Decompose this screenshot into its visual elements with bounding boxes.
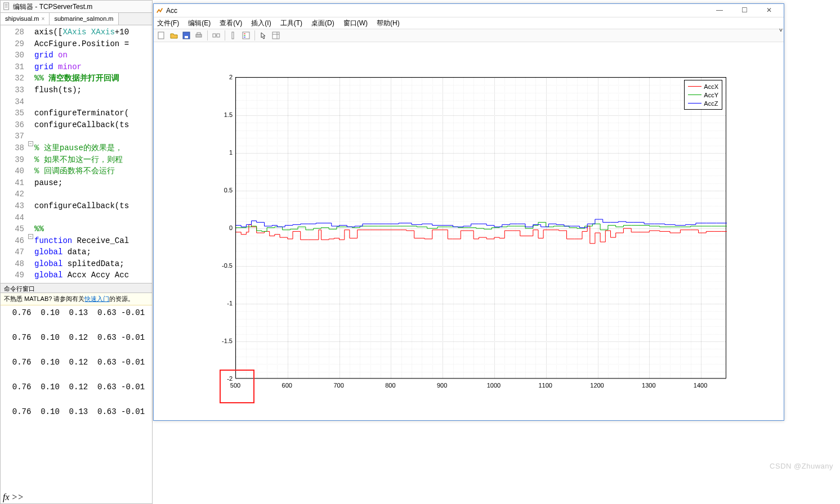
chart-lines: [236, 78, 727, 379]
highlight-rect: [220, 370, 254, 403]
legend-entry[interactable]: AccX: [688, 82, 718, 91]
command-output[interactable]: 0.76 0.10 0.13 0.63 -0.01 0.76 0.10 0.12…: [1, 305, 152, 419]
tab-shipvisual[interactable]: shipvisual.m×: [1, 13, 50, 25]
code-line[interactable]: %% 清空数据并打开回调: [34, 73, 129, 84]
code-line[interactable]: configureCallback(ts: [34, 119, 129, 131]
code-line[interactable]: % 回调函数将不会运行: [34, 165, 129, 177]
chart-axes[interactable]: AccXAccYAccZ: [235, 77, 726, 379]
command-window-title: 命令行窗口: [1, 283, 152, 293]
matlab-icon: [156, 7, 164, 15]
command-prompt[interactable]: fx >>: [3, 492, 24, 502]
code-line[interactable]: flush(ts);: [34, 84, 129, 96]
svg-rect-6: [185, 36, 188, 38]
y-tick-label: 0: [210, 224, 233, 231]
x-tick-label: 600: [276, 382, 298, 389]
y-tick-label: -0.5: [210, 262, 233, 269]
code-line[interactable]: pause;: [34, 177, 129, 189]
y-tick-label: 2: [210, 74, 233, 80]
document-icon: [3, 2, 11, 10]
code-line[interactable]: configureCallback(ts: [34, 200, 129, 212]
code-line[interactable]: global data;: [34, 246, 129, 258]
code-area[interactable]: 2829303132333435363738394041424344454647…: [1, 25, 152, 281]
svg-rect-9: [213, 34, 216, 37]
code-line[interactable]: % 如果不加这一行，则程: [34, 154, 129, 166]
x-tick-label: 800: [379, 382, 401, 389]
svg-rect-17: [272, 32, 279, 39]
pointer-button[interactable]: [258, 30, 269, 41]
svg-rect-10: [217, 34, 220, 37]
code-line[interactable]: axis([XAxis XAxis+10: [34, 26, 129, 38]
watermark-text: CSDN @Zhuwany: [770, 462, 833, 470]
figure-toolbar: [154, 29, 784, 42]
chart-legend[interactable]: AccXAccYAccZ: [684, 80, 722, 110]
svg-rect-13: [243, 32, 249, 39]
command-hint: 不熟悉 MATLAB? 请参阅有关快速入门的资源。: [1, 293, 152, 305]
code-line[interactable]: configureTerminator(: [34, 107, 129, 119]
svg-rect-4: [158, 32, 164, 39]
menu-item[interactable]: 文件(F): [157, 19, 179, 28]
menu-item[interactable]: 编辑(E): [188, 19, 211, 28]
close-icon[interactable]: ×: [42, 13, 45, 25]
maximize-button[interactable]: ☐: [732, 4, 757, 17]
menu-item[interactable]: 帮助(H): [377, 19, 400, 28]
close-button[interactable]: ✕: [757, 4, 781, 17]
code-line[interactable]: [34, 96, 129, 108]
x-tick-label: 700: [328, 382, 350, 389]
y-tick-label: -1: [210, 300, 233, 307]
x-tick-label: 1100: [534, 382, 557, 389]
y-tick-label: 1: [210, 149, 233, 156]
save-button[interactable]: [181, 30, 192, 41]
figure-window: Acc — ☐ ✕ 文件(F)编辑(E)查看(V)插入(I)工具(T)桌面(D)…: [153, 3, 784, 421]
svg-rect-0: [4, 3, 9, 10]
svg-rect-12: [232, 32, 234, 39]
figure-titlebar[interactable]: Acc — ☐ ✕: [154, 4, 784, 17]
y-tick-label: -1.5: [210, 338, 233, 344]
editor-titlebar: 编辑器 - TCPServerTest.m: [0, 0, 153, 12]
y-tick-label: 0.5: [210, 187, 233, 194]
menu-item[interactable]: 窗口(W): [343, 19, 368, 28]
plottools-button[interactable]: [270, 30, 282, 41]
code-line[interactable]: grid on: [34, 50, 129, 61]
code-line[interactable]: %%: [34, 223, 129, 235]
tab-submarine-salmon[interactable]: submarine_salmon.m: [50, 13, 118, 25]
x-tick-label: 1300: [637, 382, 660, 389]
link-button[interactable]: [211, 30, 222, 41]
legend-entry[interactable]: AccY: [688, 91, 718, 99]
menu-item[interactable]: 桌面(D): [311, 19, 334, 28]
print-button[interactable]: [193, 30, 204, 41]
x-tick-label: 1400: [689, 382, 712, 389]
svg-rect-8: [197, 33, 200, 34]
code-line[interactable]: function Receive_Cal: [34, 235, 129, 247]
figure-menubar: 文件(F)编辑(E)查看(V)插入(I)工具(T)桌面(D)窗口(W)帮助(H): [154, 17, 784, 29]
y-tick-label: 1.5: [210, 111, 233, 118]
code-line[interactable]: global splitedData;: [34, 258, 129, 270]
code-line[interactable]: [34, 212, 129, 224]
menu-overflow-icon[interactable]: ⅴ: [779, 26, 783, 33]
x-tick-label: 1200: [586, 382, 609, 389]
editor-tabbar: shipvisual.m× submarine_salmon.m: [1, 13, 152, 25]
colorbar-button[interactable]: [228, 30, 239, 41]
code-line[interactable]: [34, 130, 129, 142]
open-button[interactable]: [168, 30, 180, 41]
minimize-button[interactable]: —: [707, 4, 732, 17]
code-line[interactable]: % 这里pause的效果是，: [34, 142, 129, 154]
editor-title-text: 编辑器 - TCPServerTest.m: [13, 3, 92, 11]
editor-window: shipvisual.m× submarine_salmon.m 2829303…: [0, 12, 153, 504]
code-line[interactable]: grid minor: [34, 61, 129, 73]
legend-button[interactable]: [240, 30, 252, 41]
legend-entry[interactable]: AccZ: [688, 99, 718, 107]
quickstart-link[interactable]: 快速入门: [84, 295, 109, 302]
chart-axes-container: AccXAccYAccZ -2-1.5-1-0.500.511.52 50060…: [154, 43, 784, 420]
code-line[interactable]: AccFigure.Position =: [34, 38, 129, 50]
menu-item[interactable]: 插入(I): [251, 19, 271, 28]
svg-rect-7: [196, 34, 202, 37]
new-figure-button[interactable]: [156, 30, 167, 41]
x-tick-label: 1000: [482, 382, 505, 389]
x-tick-label: 900: [431, 382, 453, 389]
menu-item[interactable]: 工具(T): [280, 19, 302, 28]
code-line[interactable]: [34, 188, 129, 200]
code-line[interactable]: global Accx Accy Acc: [34, 269, 129, 281]
menu-item[interactable]: 查看(V): [220, 19, 242, 28]
figure-title-text: Acc: [166, 7, 177, 15]
